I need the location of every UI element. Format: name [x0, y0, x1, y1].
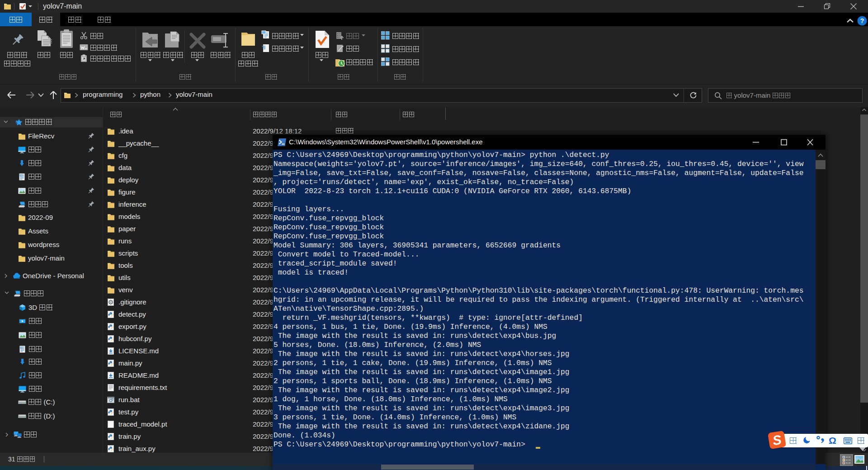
svg-text:?: ? [860, 17, 864, 24]
